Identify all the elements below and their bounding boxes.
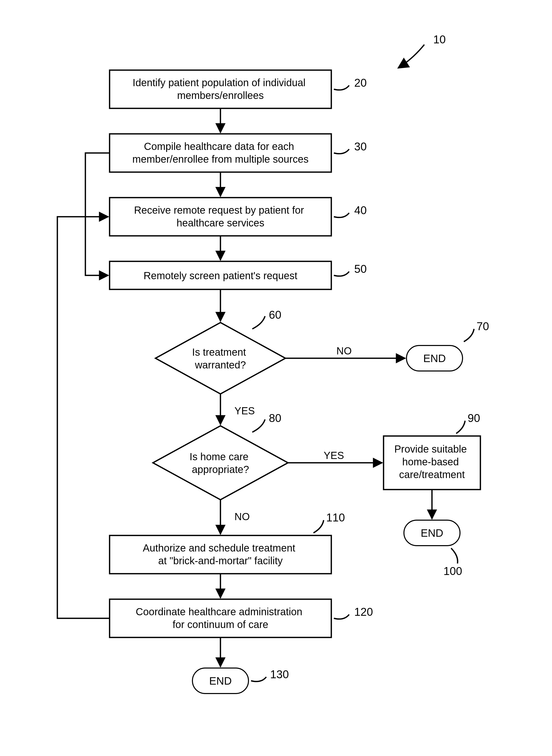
ref-120: 120 [354,606,373,618]
ref-80: 80 [269,412,281,424]
edge-60-yes: YES [221,394,255,424]
label-yes-60: YES [235,405,255,416]
svg-rect-2 [110,134,331,172]
box-20: Identify patient population of individua… [110,70,367,108]
box-110: Authorize and schedule treatment at "bri… [110,511,345,574]
edge-80-no: NO [221,500,250,534]
ref-60: 60 [269,308,281,321]
ref-130: 130 [270,668,289,680]
flowchart: 10 Identify patient population of indivi… [0,0,552,756]
ref-arrow-10: 10 [399,33,446,68]
ref-50: 50 [354,263,367,275]
edge-30-50-feedback [86,153,110,275]
box-50: Remotely screen patient's request 50 [110,261,367,289]
decision-80: Is home care appropriate? 80 [153,412,288,500]
svg-rect-22 [110,535,331,574]
svg-text:Remotely screen patient's requ: Remotely screen patient's request [143,270,297,281]
ref-40: 40 [354,204,367,217]
edge-120-40-feedback [57,217,110,618]
svg-text:END: END [423,352,446,364]
box-90: Provide suitable home-based care/treatme… [384,412,480,490]
svg-text:Provide suitable
      home-ba: Provide suitable home-based care/treatme… [394,444,470,480]
ref-110: 110 [326,511,345,524]
ref-label-10: 10 [433,33,446,46]
ref-90: 90 [468,412,480,424]
ref-20: 20 [354,77,367,89]
ref-100: 100 [443,565,462,577]
svg-text:END: END [209,675,232,687]
edge-60-no: NO [285,345,405,358]
box-120: Coordinate healthcare administration for… [110,599,373,637]
box-40: Receive remote request by patient for he… [110,198,367,236]
svg-rect-0 [110,70,331,108]
svg-text:END: END [421,527,443,539]
svg-marker-14 [153,426,288,500]
decision-60: Is treatment warranted? 60 [155,308,285,394]
svg-rect-4 [110,198,331,236]
label-no-80: NO [235,511,250,522]
ref-30: 30 [354,140,367,153]
ref-70: 70 [476,320,489,333]
terminator-130: END 130 [192,668,289,694]
edge-80-yes: YES [288,450,382,463]
label-yes-80: YES [324,450,344,461]
svg-marker-8 [155,323,285,394]
svg-rect-24 [110,599,331,637]
terminator-70: END 70 [407,320,489,371]
label-no-60: NO [336,345,352,357]
terminator-100: END 100 [404,520,462,577]
box-30: Compile healthcare data for each member/… [110,134,367,172]
